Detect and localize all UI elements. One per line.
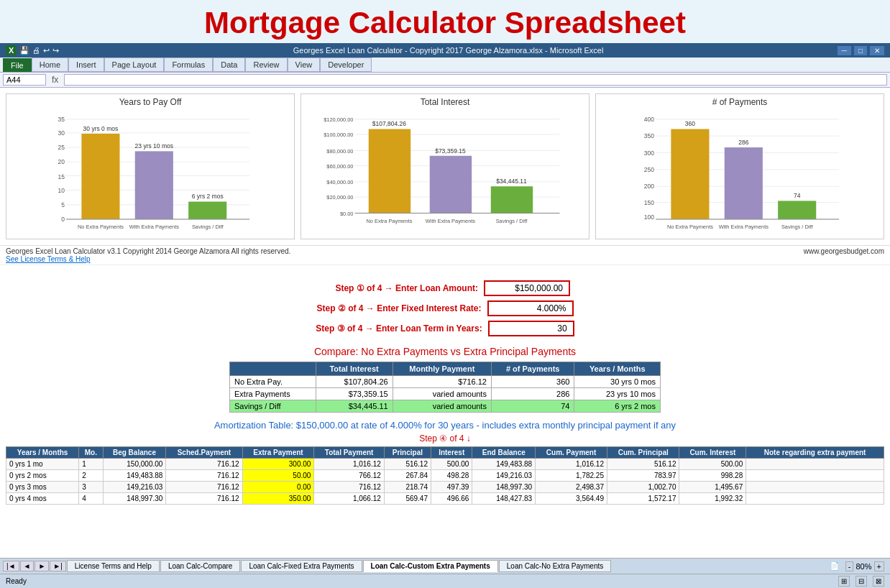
chart-years: Years to Pay Off 35 30 25 20 15 10 5 0 [6,93,295,239]
svg-text:$60,000.00: $60,000.00 [326,163,353,170]
cell-reference[interactable] [3,74,46,86]
svg-rect-18 [135,151,173,219]
ribbon: File Home Insert Page Layout Formulas Da… [0,58,890,73]
sheet-tab[interactable]: Loan Calc-Custom Extra Payments [363,560,498,572]
svg-text:23 yrs 10 mos: 23 yrs 10 mos [135,142,173,150]
sheet-tabs: |◄ ◄ ► ►| License Terms and HelpLoan Cal… [0,559,830,574]
table-cell: 148,427.83 [472,493,536,505]
svg-text:35: 35 [58,116,65,123]
print-icon[interactable]: 🖨 [32,46,40,55]
compare-cell: $73,359.15 [316,388,393,400]
svg-text:$20,000.00: $20,000.00 [326,194,353,201]
sheet-tab[interactable]: License Terms and Help [67,560,160,572]
svg-text:No Extra Payments: No Extra Payments [78,224,124,230]
svg-rect-20 [188,202,226,219]
chart-payments-title: # of Payments [599,97,881,107]
amort-header: Beg Balance [103,447,166,459]
license-link[interactable]: See License Terms & Help [6,255,91,263]
zoom-out-button[interactable]: - [845,561,854,571]
step1-value[interactable]: $150,000.00 [484,280,570,296]
tab-nav-first[interactable]: |◄ [3,561,19,571]
svg-rect-64 [671,129,709,219]
compare-row: No Extra Pay.$107,804.26$716.1236030 yrs… [230,376,661,388]
svg-text:0: 0 [61,216,65,223]
compare-cell: Extra Payments [230,388,316,400]
tab-nav-last[interactable]: ►| [50,561,66,571]
table-cell: 716.12 [166,493,242,505]
step3-label: Step ③ of 4 → Enter Loan Term in Years: [316,323,482,334]
table-row: 0 yrs 4 mos4148,997.30716.12350.001,066.… [6,493,884,505]
svg-text:6 yrs 2 mos: 6 yrs 2 mos [192,193,224,200]
layout-page-break-icon[interactable]: ⊠ [873,576,884,587]
tab-file[interactable]: File [3,58,32,72]
svg-text:Savings / Diff: Savings / Diff [192,224,224,230]
sheet-tab[interactable]: Loan Calc-No Extra Payments [499,560,612,572]
compare-cell: varied amounts [393,400,491,413]
tab-nav-prev[interactable]: ◄ [20,561,35,571]
redo-icon[interactable]: ↪ [52,46,59,55]
table-cell: 498.28 [431,470,472,482]
tab-view[interactable]: View [288,58,321,72]
table-cell: 716.12 [166,482,242,493]
compare-header-4: Years / Months [574,362,661,376]
amort-header: Extra Payment [242,447,314,459]
status-ready: Ready [6,577,27,585]
amort-header: Note regarding extra payment [746,447,884,459]
bottom-bar: |◄ ◄ ► ►| License Terms and HelpLoan Cal… [0,558,890,574]
data-area: Step ① of 4 → Enter Loan Amount: $150,00… [0,265,890,558]
table-cell: 1,066.12 [314,493,384,505]
tab-pagelayout[interactable]: Page Layout [104,58,165,72]
tab-review[interactable]: Review [245,58,287,72]
step2-value[interactable]: 4.000% [487,300,574,316]
table-cell: 516.12 [607,459,679,470]
step3-value[interactable]: 30 [488,321,574,336]
svg-text:400: 400 [644,116,654,123]
svg-text:Savings / Diff: Savings / Diff [781,224,814,230]
tab-nav-next[interactable]: ► [35,561,49,571]
svg-text:With Extra Payments: With Extra Payments [426,218,476,224]
table-cell: 766.12 [314,470,384,482]
svg-text:286: 286 [738,139,748,146]
table-row: 0 yrs 3 mos3149,216.03716.120.00716.1221… [6,482,884,493]
svg-text:With Extra Payments: With Extra Payments [129,224,180,230]
undo-icon[interactable]: ↩ [43,46,50,55]
svg-text:$73,359.15: $73,359.15 [435,147,466,155]
table-cell: 716.12 [166,470,242,482]
svg-text:74: 74 [794,192,801,199]
table-cell: 2 [79,470,103,482]
tab-insert[interactable]: Insert [68,58,104,72]
layout-normal-icon[interactable]: ⊞ [838,576,850,587]
tab-data[interactable]: Data [213,58,245,72]
save-icon[interactable]: 💾 [19,46,29,55]
tab-formulas[interactable]: Formulas [164,58,213,72]
amort-header: Interest [431,447,472,459]
minimize-button[interactable]: ─ [838,46,851,55]
page-icon: 📄 [830,561,840,571]
footer-left: Georges Excel Loan Calculator v3.1 Copyr… [6,247,290,255]
compare-cell: 6 yrs 2 mos [574,400,661,413]
svg-text:30 yrs 0 mos: 30 yrs 0 mos [83,125,119,132]
tab-home[interactable]: Home [32,58,68,72]
table-cell: 998.28 [679,470,746,482]
table-row: 0 yrs 1 mo1150,000.00716.12300.001,016.1… [6,459,884,470]
zoom-in-button[interactable]: + [874,561,884,571]
chart-interest: Total Interest $120,000.00 $100,000.00 $… [301,93,589,239]
sheet-tab[interactable]: Loan Calc-Compare [160,560,241,572]
table-cell: 50.00 [242,470,314,482]
compare-cell: 30 yrs 0 mos [574,376,661,388]
excel-logo: X [6,45,17,55]
sheet-tab[interactable]: Loan Calc-Fixed Extra Payments [241,560,362,572]
tab-developer[interactable]: Developer [320,58,372,72]
table-cell: 1 [79,459,103,470]
compare-cell: No Extra Pay. [230,376,316,388]
charts-row: Years to Pay Off 35 30 25 20 15 10 5 0 [0,88,890,246]
maximize-button[interactable]: □ [854,46,867,55]
compare-title: Compare: No Extra Payments vs Extra Prin… [229,346,661,357]
formula-input[interactable] [64,74,887,86]
layout-page-icon[interactable]: ⊟ [855,576,867,587]
svg-rect-44 [491,186,533,213]
table-cell [746,482,884,493]
table-cell: 1,495.67 [679,482,746,493]
close-button[interactable]: ✕ [870,46,884,55]
svg-text:20: 20 [58,158,65,165]
